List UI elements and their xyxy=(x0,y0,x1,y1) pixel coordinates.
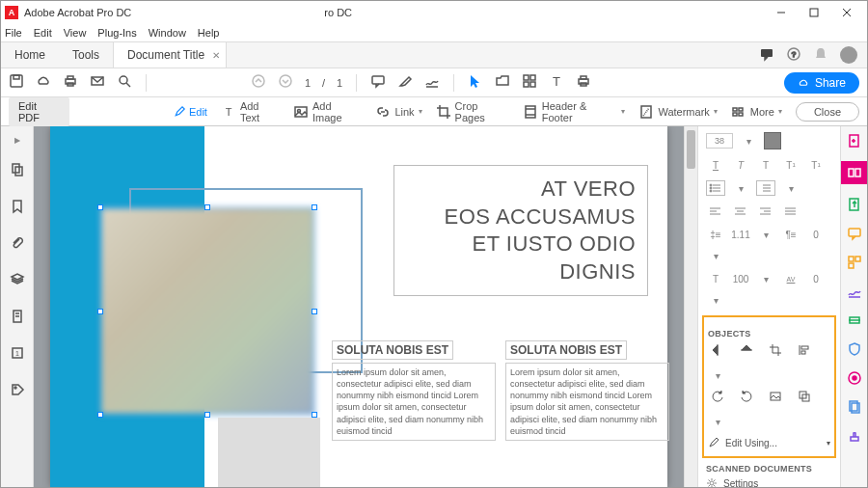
page-up-icon[interactable] xyxy=(251,73,266,92)
superscript-icon[interactable]: T1 xyxy=(781,157,800,173)
bookmarks-icon[interactable] xyxy=(10,199,25,218)
combine-rail-icon[interactable] xyxy=(846,398,863,416)
bullet-list-icon[interactable] xyxy=(706,180,725,196)
menu-view[interactable]: View xyxy=(64,27,87,39)
export-pdf-icon[interactable] xyxy=(846,196,863,213)
zoom-icon[interactable] xyxy=(117,73,132,92)
align-center-icon[interactable] xyxy=(731,203,750,219)
watermark-tool[interactable]: Watermark▾ xyxy=(638,104,717,120)
hero-text-box[interactable]: AT VERO EOS ACCUSAMUS ET IUSTO ODIO DIGN… xyxy=(393,165,648,296)
edit-pdf-rail-icon[interactable] xyxy=(841,161,868,184)
edit-tool[interactable]: Edit xyxy=(174,106,207,118)
hscale-chev-icon[interactable]: ▾ xyxy=(756,271,775,286)
rotate-ccw-icon[interactable] xyxy=(708,389,727,404)
menu-window[interactable]: Window xyxy=(149,27,186,39)
para-spacing-value[interactable]: 0 xyxy=(806,227,826,242)
scan-rail-icon[interactable] xyxy=(846,312,863,329)
font-size-chevron-icon[interactable]: ▾ xyxy=(739,133,758,149)
add-text-tool[interactable]: T Add Text xyxy=(221,100,280,123)
italic-icon[interactable]: T xyxy=(731,157,750,173)
document-canvas[interactable]: AT VERO EOS ACCUSAMUS ET IUSTO ODIO DIGN… xyxy=(34,126,684,487)
avatar[interactable] xyxy=(840,46,857,64)
edit-using-button[interactable]: Edit Using... ▾ xyxy=(708,435,830,450)
underline-icon[interactable]: T xyxy=(756,157,775,173)
more-tool[interactable]: More▾ xyxy=(731,104,782,120)
number-list-icon[interactable] xyxy=(756,180,775,196)
align-justify-icon[interactable] xyxy=(781,203,800,219)
maximize-button[interactable] xyxy=(798,2,830,23)
thumbnails-icon[interactable] xyxy=(10,162,25,181)
tab-tools[interactable]: Tools xyxy=(59,42,113,68)
para-spacing-chev-icon[interactable]: ▾ xyxy=(706,248,725,263)
bold-icon[interactable]: T xyxy=(706,157,725,173)
text-icon[interactable]: T xyxy=(549,73,564,92)
sign-icon[interactable] xyxy=(424,73,440,92)
add-image-tool[interactable]: Add Image xyxy=(293,100,362,123)
font-size-field[interactable]: 38 xyxy=(706,133,733,149)
tags-icon[interactable] xyxy=(10,382,25,401)
flip-horizontal-icon[interactable] xyxy=(737,342,756,358)
print-icon[interactable] xyxy=(63,73,78,92)
layers-icon[interactable] xyxy=(10,272,25,291)
create-pdf-icon[interactable] xyxy=(846,132,863,149)
more-tools-icon[interactable] xyxy=(846,369,863,387)
stamp-rail-icon[interactable] xyxy=(846,427,863,445)
number-chevron-icon[interactable]: ▾ xyxy=(781,180,800,196)
menu-help[interactable]: Help xyxy=(198,27,220,39)
tab-document[interactable]: Document Title ✕ xyxy=(113,42,227,68)
crop-object-icon[interactable] xyxy=(766,342,785,358)
comment-rail-icon[interactable] xyxy=(846,225,863,242)
align-left-icon[interactable] xyxy=(706,203,725,219)
print2-icon[interactable] xyxy=(576,73,591,92)
highlight-icon[interactable] xyxy=(397,73,413,92)
align-chev-icon[interactable]: ▾ xyxy=(708,367,727,383)
selected-image[interactable] xyxy=(100,207,314,415)
bell-icon[interactable] xyxy=(813,46,828,65)
rail-collapse-icon[interactable]: ▶ xyxy=(14,136,20,145)
header-footer-tool[interactable]: Header & Footer▾ xyxy=(523,100,626,123)
page-current[interactable]: 1 xyxy=(305,77,311,89)
text-column-1[interactable]: SOLUTA NOBIS EST Lorem ipsum dolor sit a… xyxy=(332,340,496,441)
menu-file[interactable]: File xyxy=(5,27,22,39)
organize-icon[interactable] xyxy=(522,73,537,92)
fill-sign-icon[interactable] xyxy=(846,283,863,300)
attachments-icon[interactable] xyxy=(10,235,25,255)
close-edit-button[interactable]: Close xyxy=(796,102,859,122)
save-icon[interactable] xyxy=(9,73,24,92)
crop-tool[interactable]: Crop Pages xyxy=(436,100,509,123)
text-color-swatch[interactable] xyxy=(764,132,781,149)
line-height-value[interactable]: 1.11 xyxy=(731,227,750,242)
close-window-button[interactable] xyxy=(830,2,863,23)
tab-home[interactable]: Home xyxy=(1,42,59,68)
organize-rail-icon[interactable] xyxy=(846,254,863,271)
minimize-button[interactable] xyxy=(765,2,798,23)
link-tool[interactable]: Link▾ xyxy=(375,104,421,120)
flip-vertical-icon[interactable] xyxy=(708,342,727,358)
comment-icon[interactable] xyxy=(370,73,386,92)
order-icon[interactable]: 1 xyxy=(10,345,25,365)
settings-button[interactable]: Settings xyxy=(706,477,832,487)
line-height-chev-icon[interactable]: ▾ xyxy=(756,227,775,242)
select-icon[interactable] xyxy=(468,73,483,92)
vertical-scrollbar[interactable] xyxy=(684,126,697,487)
mail-icon[interactable] xyxy=(90,73,105,92)
menu-plugins[interactable]: Plug-Ins xyxy=(97,27,136,39)
pages-icon[interactable] xyxy=(10,309,25,328)
share-button[interactable]: Share xyxy=(784,72,859,94)
cloud-icon[interactable] xyxy=(36,73,51,92)
help-icon[interactable]: ? xyxy=(786,46,801,65)
replace-image-icon[interactable] xyxy=(766,389,785,404)
text-column-2[interactable]: SOLUTA NOBIS EST Lorem ipsum dolor sit a… xyxy=(505,340,669,441)
menu-edit[interactable]: Edit xyxy=(34,27,52,39)
bullet-chevron-icon[interactable]: ▾ xyxy=(731,180,750,196)
chat-icon[interactable] xyxy=(759,46,774,65)
char-spacing-value[interactable]: 0 xyxy=(806,271,826,286)
align-object-icon[interactable] xyxy=(795,342,814,358)
arrange-chev-icon[interactable]: ▾ xyxy=(708,414,727,429)
open-icon[interactable] xyxy=(495,73,510,92)
align-right-icon[interactable] xyxy=(756,203,775,219)
horizontal-scale-value[interactable]: 100 xyxy=(731,271,750,286)
tab-close-icon[interactable]: ✕ xyxy=(212,50,220,61)
subscript-icon[interactable]: T1 xyxy=(806,157,826,173)
char-spacing-chev-icon[interactable]: ▾ xyxy=(706,292,725,308)
